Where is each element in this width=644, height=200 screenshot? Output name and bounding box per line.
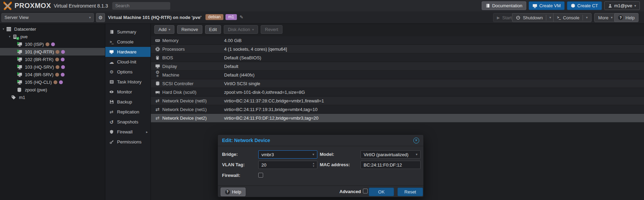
add-button[interactable]: Add bbox=[154, 25, 174, 34]
tag-dot-m1 bbox=[61, 65, 65, 69]
number-spinner[interactable] bbox=[313, 162, 314, 168]
search-input[interactable] bbox=[112, 2, 170, 10]
shutdown-button[interactable]: Shutdown bbox=[512, 13, 555, 22]
vm-config-menu: Summary Console Hardware Cloud-Init Opti… bbox=[105, 24, 151, 200]
resource-tree: Datacenter ✓ pve 100 (ISP) 101 (HQ-RTR) … bbox=[0, 24, 105, 200]
user-menu-button[interactable]: m1@pve bbox=[604, 1, 640, 10]
view-mode-select[interactable]: Server View bbox=[1, 13, 94, 22]
disk-action-button[interactable]: Disk Action bbox=[224, 25, 258, 34]
tree-item-vm-100[interactable]: 100 (ISP) bbox=[0, 40, 105, 48]
chevron-down-icon bbox=[416, 153, 417, 156]
view-settings-button[interactable] bbox=[96, 13, 105, 22]
table-row-net0[interactable]: Network Device (net0) virtio=BC:24:11:37… bbox=[151, 97, 644, 105]
firewall-checkbox[interactable] bbox=[258, 173, 263, 178]
mac-address-input[interactable]: BC:24:11:F0:DF:12 bbox=[361, 161, 421, 169]
question-icon: ? bbox=[225, 190, 230, 194]
revert-button[interactable]: Revert bbox=[261, 25, 282, 34]
menu-item-cloud-init[interactable]: Cloud-Init bbox=[105, 57, 151, 67]
tag-dot-m1 bbox=[61, 58, 65, 61]
tree-item-datacenter[interactable]: Datacenter bbox=[0, 25, 105, 33]
dialog-title-bar: Edit: Network Device bbox=[218, 135, 423, 146]
menu-item-task-history[interactable]: Task History bbox=[105, 77, 151, 87]
menu-item-backup[interactable]: Backup bbox=[105, 97, 151, 107]
task-list-icon bbox=[109, 80, 114, 84]
table-row-display[interactable]: Display Default bbox=[151, 62, 644, 71]
tree-item-pve[interactable]: ✓ pve bbox=[0, 33, 105, 40]
tag-dot-debian bbox=[56, 65, 59, 69]
node-icon: ✓ bbox=[12, 34, 18, 39]
tree-item-storage-zpool[interactable]: zpool (pve) bbox=[0, 86, 105, 93]
table-row-net2[interactable]: Network Device (net2) virtio=BC:24:11:F0… bbox=[151, 114, 644, 122]
tree-item-vm-103[interactable]: 103 (HQ-SRV) bbox=[0, 63, 105, 71]
more-button[interactable]: More bbox=[594, 13, 616, 22]
remove-button[interactable]: Remove bbox=[177, 25, 202, 34]
close-icon[interactable] bbox=[413, 138, 419, 143]
monitor-icon bbox=[532, 3, 537, 8]
table-row-bios[interactable]: BIOS Default (SeaBIOS) bbox=[151, 53, 644, 62]
terminal-icon bbox=[109, 40, 114, 44]
menu-item-permissions[interactable]: Permissions bbox=[105, 137, 151, 147]
brand-name: PROXMOX bbox=[15, 2, 51, 10]
chevron-down-icon bbox=[586, 16, 588, 19]
tag-dot-m1 bbox=[59, 80, 63, 84]
create-vm-button[interactable]: Create VM bbox=[529, 1, 565, 10]
reset-button[interactable]: Reset bbox=[397, 188, 423, 196]
documentation-button[interactable]: Documentation bbox=[482, 1, 526, 10]
help-button[interactable]: ? Help bbox=[614, 13, 638, 22]
table-row-memory[interactable]: Memory 4.00 GiB bbox=[151, 36, 644, 45]
menu-item-replication[interactable]: Replication bbox=[105, 107, 151, 117]
proxmox-logo-icon bbox=[3, 2, 12, 10]
menu-item-hardware[interactable]: Hardware bbox=[105, 47, 151, 57]
bridge-select[interactable]: vmbr3 bbox=[258, 150, 317, 159]
vlan-tag-input[interactable]: 20 bbox=[258, 161, 317, 169]
vm-running-icon bbox=[17, 64, 23, 70]
cube-icon bbox=[571, 3, 575, 8]
hard-disk-icon bbox=[154, 90, 161, 95]
edit-button[interactable]: Edit bbox=[205, 25, 221, 34]
menu-item-firewall[interactable]: Firewall bbox=[105, 127, 151, 137]
machine-gears-icon bbox=[154, 70, 161, 80]
tree-item-vm-105[interactable]: 105 (HQ-CLI) bbox=[0, 78, 105, 86]
table-row-processors[interactable]: Processors 4 (1 sockets, 4 cores) [qemu6… bbox=[151, 45, 644, 53]
tag-dot-debian bbox=[46, 42, 49, 46]
firewall-label: Firewall: bbox=[222, 171, 240, 180]
tree-item-tag-m1[interactable]: m1 bbox=[0, 93, 105, 101]
dialog-help-button[interactable]: ? Help bbox=[221, 188, 246, 196]
model-select[interactable]: VirtIO (paravirtualized) bbox=[361, 150, 421, 159]
menu-item-console[interactable]: Console bbox=[105, 37, 151, 47]
chevron-down-icon[interactable] bbox=[8, 35, 12, 38]
key-icon bbox=[109, 140, 114, 144]
power-icon bbox=[516, 16, 520, 20]
user-icon bbox=[608, 4, 612, 8]
table-row-hard-disk[interactable]: Hard Disk (scsi0) zpool:vm-101-disk-0,io… bbox=[151, 88, 644, 97]
tree-item-vm-102[interactable]: 102 (BR-RTR) bbox=[0, 56, 105, 63]
ok-button[interactable]: OK bbox=[369, 188, 394, 196]
menu-item-options[interactable]: Options bbox=[105, 67, 151, 77]
edit-tags-pencil-icon[interactable] bbox=[240, 15, 243, 19]
vm-running-icon bbox=[17, 41, 23, 47]
cpu-icon bbox=[154, 47, 161, 52]
model-label: Model: bbox=[320, 150, 334, 159]
gear-icon bbox=[109, 70, 114, 74]
menu-item-summary[interactable]: Summary bbox=[105, 27, 151, 37]
history-icon bbox=[109, 120, 114, 124]
chevron-down-icon[interactable] bbox=[1, 28, 6, 31]
version-label: Virtual Environment 8.1.3 bbox=[54, 3, 108, 9]
table-row-machine[interactable]: Machine Default (i440fx) bbox=[151, 71, 644, 79]
console-button[interactable]: Console bbox=[553, 13, 592, 22]
display-icon bbox=[154, 64, 161, 69]
advanced-label: Advanced bbox=[339, 189, 361, 194]
advanced-checkbox[interactable] bbox=[363, 189, 368, 193]
menu-item-snapshots[interactable]: Snapshots bbox=[105, 117, 151, 127]
network-icon bbox=[154, 116, 161, 120]
create-ct-button[interactable]: Create CT bbox=[567, 1, 602, 10]
vm-running-icon bbox=[17, 79, 23, 85]
tree-item-vm-104[interactable]: 104 (BR-SRV) bbox=[0, 71, 105, 78]
edit-network-device-dialog: Edit: Network Device Bridge: vmbr3 Model… bbox=[218, 134, 424, 197]
datacenter-icon bbox=[6, 26, 12, 32]
menu-item-monitor[interactable]: Monitor bbox=[105, 87, 151, 97]
gear-icon bbox=[98, 15, 103, 20]
tree-item-vm-101[interactable]: 101 (HQ-RTR) bbox=[0, 48, 105, 56]
table-row-net1[interactable]: Network Device (net1) virtio=BC:24:11:F7… bbox=[151, 105, 644, 114]
table-row-scsi-controller[interactable]: SCSI Controller VirtIO SCSI single bbox=[151, 79, 644, 88]
